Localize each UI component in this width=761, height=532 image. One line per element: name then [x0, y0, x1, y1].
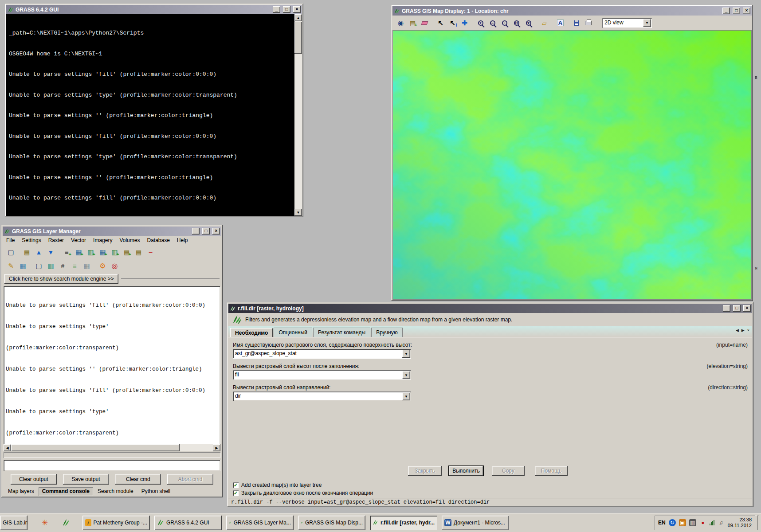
- menu-raster[interactable]: Raster: [48, 237, 64, 244]
- map-display-titlebar[interactable]: GRASS GIS Map Display: 1 - Location: chr…: [392, 6, 752, 16]
- add-group-icon[interactable]: ▤+: [121, 246, 132, 258]
- maximize-button[interactable]: □: [283, 6, 290, 13]
- layer-manager-titlebar[interactable]: GRASS GIS Layer Manager _ □ ×: [3, 227, 221, 236]
- chart-tray-icon[interactable]: ▥: [689, 519, 696, 526]
- menu-help[interactable]: Help: [177, 237, 188, 244]
- add-raster-layer-icon[interactable]: ▦+: [73, 246, 84, 258]
- pan-icon[interactable]: ✚: [459, 17, 470, 28]
- maximize-button[interactable]: □: [733, 305, 741, 312]
- attribute-table-icon[interactable]: ▦: [17, 260, 28, 271]
- dropdown-arrow-icon[interactable]: ▼: [402, 392, 410, 400]
- save-workspace-icon[interactable]: ▼: [45, 246, 56, 258]
- scroll-down-icon[interactable]: ▼: [294, 209, 302, 216]
- command-input[interactable]: [4, 460, 220, 471]
- render-map-icon[interactable]: ▤+: [407, 17, 418, 28]
- mapswipe-icon[interactable]: ▦: [81, 260, 92, 271]
- close-button[interactable]: ×: [743, 305, 751, 312]
- copy-button[interactable]: Copy: [492, 466, 525, 476]
- minimize-button[interactable]: _: [192, 228, 200, 235]
- menu-imagery[interactable]: Imagery: [93, 237, 112, 244]
- taskbar-item-gis-lab[interactable]: GIS-Lab.inf...: [0, 516, 27, 530]
- show-desktop-strip[interactable]: [755, 516, 757, 530]
- clear-output-button[interactable]: Clear output: [11, 474, 57, 485]
- taskbar-item-word[interactable]: W Документ1 - Micros...: [442, 516, 509, 530]
- add-vector-misc-icon[interactable]: ▥+: [109, 246, 120, 258]
- layer-manager-output[interactable]: Unable to parse settings 'fill' (profile…: [4, 286, 220, 451]
- taskbar-item-layer-manager[interactable]: GRASS GIS Layer Ma...: [226, 516, 294, 530]
- close-button[interactable]: ×: [293, 6, 301, 13]
- erase-display-icon[interactable]: [419, 17, 430, 28]
- georectify-icon[interactable]: #: [57, 260, 68, 271]
- save-display-icon[interactable]: [571, 17, 582, 28]
- close-dialog-checkbox[interactable]: ✓ Закрыть диалоговое окно после окончани…: [233, 490, 373, 496]
- tab-manual[interactable]: Вручную: [371, 328, 402, 337]
- console-window-titlebar[interactable]: GRASS 6.4.2 GUI _ □ ×: [6, 5, 302, 14]
- tab-command-output[interactable]: Результат команды: [313, 328, 370, 337]
- close-dialog-button[interactable]: Закрыть: [408, 466, 442, 476]
- run-button[interactable]: Выполнить: [449, 466, 483, 476]
- add-map-checkbox[interactable]: ✓ Add created map(s) into layer tree: [233, 482, 322, 488]
- tab-search-module[interactable]: Search module: [94, 487, 137, 496]
- dropdown-arrow-icon[interactable]: ▼: [402, 350, 410, 358]
- edit-icon[interactable]: ✎: [5, 260, 16, 271]
- zoom-back-icon[interactable]: ↺: [511, 17, 522, 28]
- tab-scroll-left-icon[interactable]: ◀: [736, 328, 739, 332]
- zoom-extent-icon[interactable]: ▫: [499, 17, 510, 28]
- clock[interactable]: 23:38 09.11.2012: [728, 517, 752, 528]
- minimize-button[interactable]: _: [273, 6, 280, 13]
- add-raster-misc-icon[interactable]: ▦+: [97, 246, 108, 258]
- open-workspace-icon[interactable]: ▲: [33, 246, 44, 258]
- network-signal-icon[interactable]: [710, 520, 714, 525]
- scroll-left-icon[interactable]: ◀: [4, 444, 11, 451]
- menu-volumes[interactable]: Volumes: [119, 237, 140, 244]
- add-overlay-icon[interactable]: A: [555, 17, 566, 28]
- help-ring-icon[interactable]: ◎: [109, 260, 120, 271]
- elevation-combobox[interactable]: fil ▼: [233, 370, 411, 380]
- taskbar-item-grass-gui[interactable]: GRASS 6.4.2 GUI: [154, 516, 222, 530]
- taskbar-item-music[interactable]: ♪ Pat Metheny Group -...: [82, 516, 150, 530]
- zoom-out-icon[interactable]: −: [487, 17, 498, 28]
- graphical-modeler-icon[interactable]: ≡: [69, 260, 80, 271]
- quicklaunch-app-icon[interactable]: ✳: [40, 518, 50, 528]
- taskbar-item-map-display[interactable]: GRASS GIS Map Disp...: [298, 516, 365, 530]
- input-raster-combobox[interactable]: ast_gr@aspec_slope_stat ▼: [233, 349, 411, 359]
- new-workspace-icon[interactable]: ▤: [21, 246, 32, 258]
- package-tray-icon[interactable]: ▣: [679, 519, 686, 526]
- maximize-button[interactable]: □: [202, 228, 210, 235]
- direction-combobox[interactable]: dir ▼: [233, 391, 411, 401]
- menu-file[interactable]: File: [6, 237, 15, 244]
- save-output-button[interactable]: Save output: [63, 474, 109, 485]
- zoom-in-icon[interactable]: +: [475, 17, 486, 28]
- tab-command-console[interactable]: Command console: [39, 487, 93, 496]
- zoom-menu-icon[interactable]: ▾: [523, 17, 534, 28]
- search-module-toggle-button[interactable]: Click here to show search module engine …: [4, 274, 118, 284]
- menu-settings[interactable]: Settings: [22, 237, 41, 244]
- minimize-button[interactable]: _: [722, 8, 730, 14]
- add-command-layer-icon[interactable]: ▤: [133, 246, 144, 258]
- print-icon[interactable]: [583, 17, 594, 28]
- display-map-icon[interactable]: ◉: [395, 17, 406, 28]
- scroll-up-icon[interactable]: ▲: [294, 14, 302, 21]
- volume-tray-icon[interactable]: ♫: [718, 519, 725, 526]
- close-button[interactable]: ×: [212, 228, 220, 235]
- add-multiple-layers-icon[interactable]: ≡+: [61, 246, 72, 258]
- tab-python-shell[interactable]: Python shell: [138, 487, 174, 496]
- settings-gear-icon[interactable]: ⚙: [97, 260, 108, 271]
- delete-layer-icon[interactable]: −: [145, 246, 156, 258]
- record-tray-icon[interactable]: ●: [699, 519, 706, 526]
- update-tray-icon[interactable]: ↻: [669, 519, 676, 526]
- terminal-scrollbar[interactable]: ▲ ▼: [294, 14, 302, 216]
- query-icon[interactable]: ↖i: [447, 17, 458, 28]
- view-mode-select[interactable]: 2D view ▼: [602, 18, 652, 28]
- map-canvas[interactable]: [392, 30, 752, 300]
- scrollbar-thumb[interactable]: [11, 444, 180, 451]
- pointer-icon[interactable]: ↖: [435, 17, 446, 28]
- maximize-button[interactable]: □: [733, 8, 740, 14]
- scroll-right-icon[interactable]: ▶: [213, 444, 220, 451]
- add-vector-layer-icon[interactable]: ▥+: [85, 246, 96, 258]
- scrollbar-thumb[interactable]: [294, 22, 302, 54]
- abort-cmd-button[interactable]: Abort cmd: [167, 474, 213, 485]
- menu-vector[interactable]: Vector: [71, 237, 86, 244]
- analyze-icon[interactable]: ▱: [539, 17, 550, 28]
- tab-optional[interactable]: Опционный: [274, 328, 312, 337]
